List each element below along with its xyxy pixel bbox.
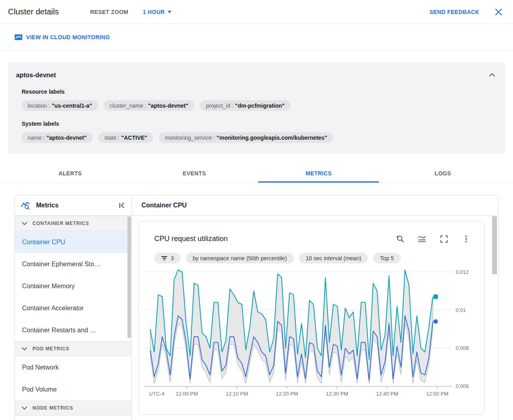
group-by-chip[interactable]: by namespace name (50th percentile) — [186, 253, 294, 263]
top-n-chip[interactable]: Top 5 — [373, 253, 400, 263]
label-chip-project-id: project_id:"dm-pcfmigration" — [200, 100, 291, 111]
chart-card: CPU request utilization — [138, 221, 485, 415]
svg-text:12:30 PM: 12:30 PM — [326, 391, 348, 397]
view-in-cloud-monitoring-link[interactable]: VIEW IN CLOUD MONITORING — [14, 34, 110, 40]
zoom-reset-icon — [395, 234, 405, 244]
more-vert-icon — [461, 234, 471, 244]
cpu-utilization-chart[interactable]: 0.0120.010.0080.006UTC-412:00 PM12:10 PM… — [139, 265, 485, 403]
sidebar-item-container-ephemeral-storage[interactable]: Container Ephemeral Sto… — [15, 253, 131, 275]
time-range-dropdown[interactable]: 1 HOUR — [143, 9, 172, 15]
tab-events[interactable]: EVENTS — [132, 164, 256, 183]
time-range-label: 1 HOUR — [143, 9, 165, 15]
svg-text:12:40 PM: 12:40 PM — [376, 391, 398, 397]
cluster-name: aptos-devnet — [16, 72, 497, 79]
svg-text:12:10 PM: 12:10 PM — [226, 391, 248, 397]
collapse-card-button[interactable] — [487, 69, 498, 80]
sidebar-item-container-accelerator[interactable]: Container Accelerator — [15, 297, 131, 319]
top-bar: Cluster details RESET ZOOM 1 HOUR SEND F… — [0, 0, 513, 24]
collapse-sidebar-button[interactable] — [118, 201, 126, 209]
tab-alerts[interactable]: ALERTS — [8, 164, 132, 183]
zoom-reset-button[interactable] — [395, 234, 405, 244]
filter-count-chip[interactable]: 3 — [154, 253, 181, 263]
svg-text:0.012: 0.012 — [456, 269, 469, 275]
chevron-down-icon — [22, 347, 27, 351]
sidebar-list: CONTAINER METRICS Container CPU Containe… — [15, 216, 131, 416]
svg-text:UTC-4: UTC-4 — [149, 391, 164, 397]
sidebar-title: Metrics — [36, 202, 113, 209]
label-chip-cluster-name: cluster_name:"aptos-devnet" — [104, 100, 194, 111]
chart-title: CPU request utilization — [154, 235, 228, 243]
sidebar-item-pod-volume[interactable]: Pod Volume — [15, 378, 131, 400]
sidebar-item-container-cpu[interactable]: Container CPU — [15, 231, 131, 253]
chevron-down-icon — [22, 406, 27, 410]
more-options-button[interactable] — [461, 234, 471, 244]
minmax-band — [150, 270, 433, 384]
label-chip-name: name:"aptos-devnet" — [22, 132, 93, 143]
svg-text:12:00 PM: 12:00 PM — [176, 391, 198, 397]
tab-metrics[interactable]: METRICS — [256, 164, 381, 183]
sidebar-scrollbar[interactable] — [127, 217, 131, 338]
system-labels-chips: name:"aptos-devnet" state:"ACTIVE" monit… — [22, 132, 497, 143]
label-chip-state: state:"ACTIVE" — [98, 132, 153, 143]
section-container-metrics[interactable]: CONTAINER METRICS — [15, 216, 131, 231]
tab-bar: ALERTS EVENTS METRICS LOGS — [0, 164, 513, 183]
svg-text:0.006: 0.006 — [456, 383, 469, 389]
svg-text:12:50 PM: 12:50 PM — [426, 391, 448, 397]
fullscreen-button[interactable] — [439, 234, 449, 244]
page-title: Cluster details — [8, 7, 59, 16]
resource-labels-block: Resource labels location:"us-central1-a"… — [22, 88, 497, 143]
interval-chip[interactable]: 10 sec interval (mean) — [299, 253, 368, 263]
chevron-up-icon — [489, 73, 495, 77]
fullscreen-icon — [439, 234, 449, 244]
label-chip-location: location:"us-central1-a" — [22, 100, 98, 111]
metrics-sidebar: Metrics CONTAINER METRICS Container CPU — [15, 195, 132, 420]
main-scrollbar[interactable] — [492, 216, 497, 274]
label-chip-monitoring-service: monitoring_service:"monitoring.googleapi… — [159, 132, 333, 143]
chart-filter-chips: 3 by namespace name (50th percentile) 10… — [154, 253, 401, 263]
chevron-down-icon — [168, 11, 172, 13]
reset-zoom-button[interactable]: RESET ZOOM — [90, 9, 129, 15]
cluster-details-panel: Cluster details RESET ZOOM 1 HOUR SEND F… — [0, 0, 513, 420]
sidebar-item-container-restarts[interactable]: Container Restarts and … — [15, 319, 131, 341]
cloud-monitoring-icon — [14, 34, 22, 40]
svg-text:12:20 PM: 12:20 PM — [276, 391, 298, 397]
chevron-down-icon — [22, 222, 27, 225]
resource-labels-title: Resource labels — [22, 88, 497, 95]
resource-labels-chips: location:"us-central1-a" cluster_name:"a… — [22, 100, 497, 111]
tab-logs[interactable]: LOGS — [381, 164, 505, 183]
send-feedback-button[interactable]: SEND FEEDBACK — [430, 9, 479, 15]
svg-text:0.01: 0.01 — [456, 307, 466, 313]
chart-toolbar — [395, 234, 471, 244]
section-pod-metrics[interactable]: POD METRICS — [15, 341, 131, 356]
area-chart-icon — [417, 234, 427, 244]
svg-text:0.008: 0.008 — [456, 345, 469, 351]
close-button[interactable] — [493, 6, 504, 18]
cluster-summary-card: aptos-devnet Resource labels location:"u… — [8, 62, 505, 153]
view-in-cloud-monitoring-label: VIEW IN CLOUD MONITORING — [26, 34, 110, 40]
close-icon — [495, 8, 502, 16]
collapse-panel-icon — [118, 201, 126, 209]
system-labels-title: System labels — [22, 121, 497, 127]
filter-icon — [161, 255, 168, 261]
area-chart-toggle-button[interactable] — [417, 234, 427, 244]
metrics-explorer-icon — [20, 200, 31, 211]
section-node-metrics[interactable]: NODE METRICS — [15, 400, 131, 416]
sidebar-header: Metrics — [15, 195, 131, 216]
series-upper-end-marker — [434, 294, 438, 299]
metric-detail-panel: Container CPU CPU request utilization — [132, 195, 498, 420]
sidebar-item-pod-network[interactable]: Pod Network — [15, 356, 131, 378]
monitoring-link-bar: VIEW IN CLOUD MONITORING — [0, 24, 513, 51]
series-lower-end-marker — [434, 319, 438, 324]
sidebar-item-container-memory[interactable]: Container Memory — [15, 275, 131, 297]
metrics-content: Metrics CONTAINER METRICS Container CPU — [14, 195, 499, 420]
panel-title: Container CPU — [132, 195, 498, 216]
